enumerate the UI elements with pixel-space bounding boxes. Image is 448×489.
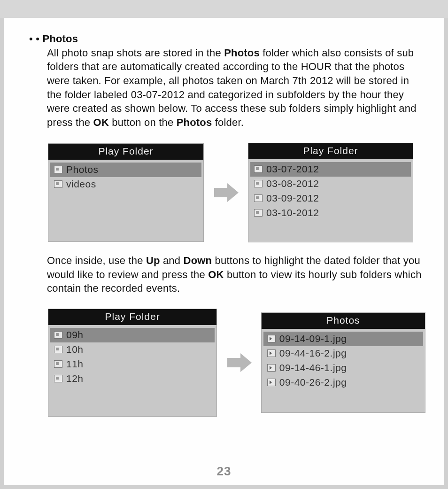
file-icon [267, 379, 276, 386]
list-item-label: 09h [66, 329, 84, 341]
bullet-prefix: • • [29, 33, 42, 45]
file-icon [267, 364, 276, 372]
folder-icon [54, 346, 62, 353]
list-item-label: 09-14-09-1.jpg [279, 333, 347, 344]
list-item-label: 09-14-46-1.jpg [279, 362, 347, 373]
page-number: 23 [4, 464, 444, 479]
panel-photos-files: Photos 09-14-09-1.jpg 09-44-16-2.jpg 09-… [261, 312, 425, 413]
list-item[interactable]: 10h [50, 342, 215, 357]
folder-icon [54, 360, 62, 368]
panel-title: Play Folder [48, 144, 203, 160]
list-item-label: 09-44-16-2.jpg [279, 348, 347, 359]
folder-icon [54, 166, 62, 173]
list-item-label: 03-10-2012 [266, 207, 319, 218]
figure-row-2: Play Folder 09h 10h 11h [48, 309, 425, 417]
folder-icon [254, 180, 263, 187]
list-item[interactable]: 09-40-26-2.jpg [263, 375, 423, 390]
list-item[interactable]: 09h [50, 328, 215, 342]
list-item[interactable]: 09-14-09-1.jpg [263, 332, 423, 346]
folder-icon [54, 180, 62, 188]
folder-icon [254, 194, 263, 202]
list-item[interactable]: 03-07-2012 [250, 162, 411, 177]
list-item[interactable]: 11h [50, 357, 215, 372]
list-item-label: 11h [66, 358, 84, 370]
list-item-label: 09-40-26-2.jpg [279, 377, 347, 388]
folder-icon [254, 209, 263, 217]
folder-icon [54, 331, 62, 339]
list-item[interactable]: 12h [50, 372, 215, 386]
list-item[interactable]: Photos [50, 163, 201, 177]
list-item-label: videos [66, 179, 96, 190]
paragraph-1: • • Photos All photo snap shots are stor… [23, 32, 425, 130]
file-icon [267, 349, 276, 357]
arrow-icon [211, 181, 240, 204]
arrow-icon [224, 351, 254, 374]
list-item-label: 03-08-2012 [266, 178, 319, 189]
list-item[interactable]: 03-08-2012 [250, 177, 411, 191]
list-item[interactable]: 09-44-16-2.jpg [263, 346, 423, 361]
panel-play-folder-hours: Play Folder 09h 10h 11h [48, 309, 217, 417]
list-item[interactable]: 03-09-2012 [250, 191, 411, 206]
folder-icon [54, 375, 62, 382]
list-item-label: 12h [66, 373, 84, 384]
list-item[interactable]: 09-14-46-1.jpg [263, 361, 423, 375]
list-item-label: 03-09-2012 [266, 193, 319, 204]
list-item[interactable]: videos [50, 177, 201, 192]
panel-title: Play Folder [48, 309, 216, 325]
panel-play-folder-dates: Play Folder 03-07-2012 03-08-2012 03-09-… [248, 143, 413, 242]
panel-play-folder-root: Play Folder Photos videos [48, 143, 204, 242]
paragraph-2: Once inside, use the Up and Down buttons… [23, 254, 425, 295]
panel-title: Photos [262, 313, 425, 329]
file-icon [267, 335, 276, 342]
list-item-label: 03-07-2012 [266, 163, 319, 175]
list-item-label: Photos [66, 164, 98, 175]
panel-title: Play Folder [248, 143, 413, 159]
list-item[interactable]: 03-10-2012 [250, 206, 411, 220]
section-heading: Photos [42, 33, 78, 45]
list-item-label: 10h [66, 344, 84, 355]
folder-icon [254, 165, 263, 173]
figure-row-1: Play Folder Photos videos Play [48, 143, 425, 242]
